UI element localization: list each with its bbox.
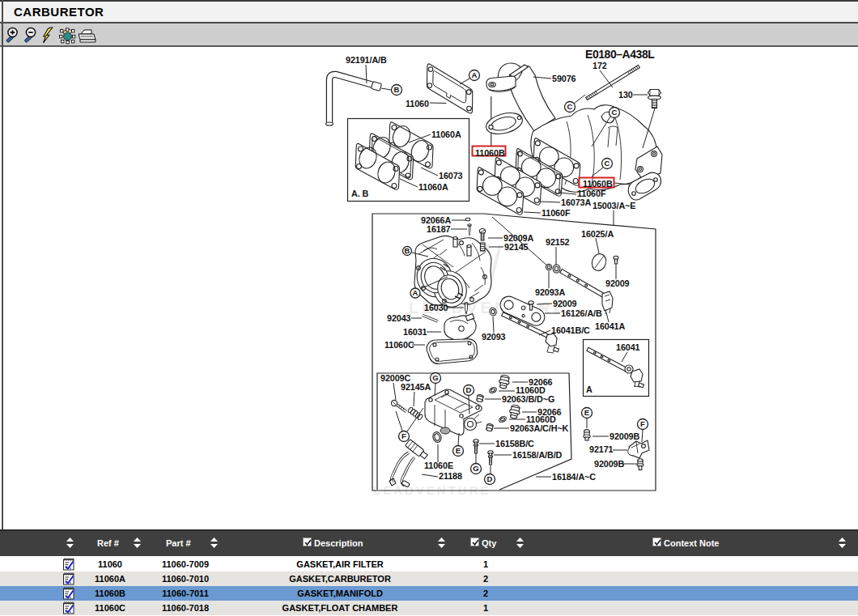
svg-text:92009B: 92009B (610, 431, 640, 441)
svg-text:B: B (405, 246, 410, 255)
svg-text:11060E: 11060E (424, 461, 453, 470)
svg-text:92152: 92152 (546, 237, 570, 247)
svg-text:172: 172 (593, 61, 607, 70)
svg-text:11060C: 11060C (384, 340, 414, 350)
svg-text:C: C (605, 159, 610, 168)
svg-text:16073: 16073 (439, 171, 463, 181)
svg-text:16158B/C: 16158B/C (495, 439, 534, 448)
svg-text:E: E (456, 446, 461, 455)
svg-text:92145A: 92145A (401, 382, 431, 392)
svg-text:D: D (466, 385, 472, 394)
svg-text:92063A/C/H~K: 92063A/C/H~K (510, 423, 569, 433)
svg-text:92063/B/D~G: 92063/B/D~G (502, 394, 554, 404)
svg-text:11060A: 11060A (431, 130, 461, 139)
svg-text:B: B (394, 85, 400, 94)
svg-text:11060B: 11060B (475, 148, 505, 158)
svg-text:E0180–A438L: E0180–A438L (585, 48, 655, 61)
svg-text:92043: 92043 (387, 313, 411, 323)
svg-text:11060A: 11060A (418, 182, 448, 192)
svg-text:16041A: 16041A (595, 321, 626, 331)
svg-text:92009: 92009 (553, 299, 577, 308)
svg-text:16041: 16041 (616, 342, 640, 352)
svg-text:D: D (487, 474, 493, 483)
svg-text:G: G (432, 373, 438, 382)
svg-text:A: A (413, 288, 418, 297)
svg-text:16025/A: 16025/A (581, 229, 614, 239)
svg-text:F: F (401, 431, 406, 440)
svg-text:16187: 16187 (427, 224, 451, 234)
svg-text:130: 130 (618, 90, 633, 100)
svg-text:F: F (640, 419, 645, 428)
svg-text:15003/A~E: 15003/A~E (593, 201, 635, 210)
svg-text:16158/A/B/D: 16158/A/B/D (512, 450, 563, 460)
svg-text:92093: 92093 (482, 332, 506, 342)
svg-text:C: C (567, 102, 573, 111)
svg-text:E: E (584, 408, 589, 417)
svg-text:16184/A~C: 16184/A~C (552, 472, 596, 482)
svg-text:92145: 92145 (504, 242, 529, 252)
svg-text:11060F: 11060F (542, 208, 571, 218)
svg-text:A: A (586, 384, 593, 394)
svg-text:A: A (472, 70, 478, 79)
svg-text:92009: 92009 (605, 278, 630, 288)
svg-text:21188: 21188 (439, 471, 462, 481)
svg-text:16041B/C: 16041B/C (551, 325, 590, 335)
svg-text:16031: 16031 (403, 327, 427, 337)
svg-text:11060: 11060 (406, 99, 429, 108)
svg-text:92009B: 92009B (594, 459, 625, 469)
svg-text:16126/A/B: 16126/A/B (561, 308, 602, 318)
svg-text:92191/A/B: 92191/A/B (346, 55, 387, 65)
svg-text:16030: 16030 (424, 303, 448, 312)
svg-text:16073A: 16073A (561, 198, 592, 207)
svg-text:92171: 92171 (589, 444, 614, 454)
svg-text:C: C (612, 108, 618, 117)
svg-text:11060B: 11060B (583, 179, 613, 189)
svg-text:59076: 59076 (552, 74, 576, 83)
svg-text:G: G (473, 464, 478, 473)
svg-text:92093A: 92093A (535, 287, 566, 297)
svg-text:A. B: A. B (351, 189, 368, 198)
